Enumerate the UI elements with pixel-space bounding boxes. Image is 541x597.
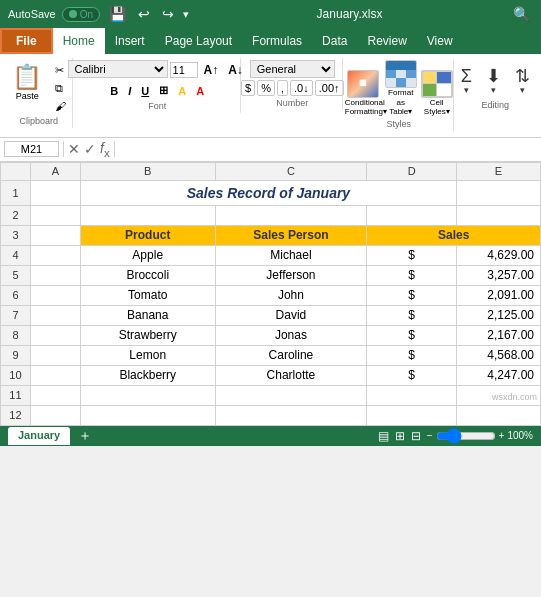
col-header-b[interactable]: B: [80, 162, 215, 180]
cell-sales-sym-0[interactable]: $: [367, 245, 457, 265]
row-header-6[interactable]: 6: [1, 285, 31, 305]
page-layout-view-button[interactable]: ⊞: [395, 429, 405, 443]
font-size-input[interactable]: [170, 62, 198, 78]
cell-amount-3[interactable]: 2,125.00: [457, 305, 541, 325]
insert-function-icon[interactable]: fx: [100, 140, 110, 159]
cell-a4[interactable]: [30, 245, 80, 265]
row-header-10[interactable]: 10: [1, 365, 31, 385]
cell-reference-input[interactable]: [4, 141, 59, 157]
cell-e1[interactable]: [457, 180, 541, 205]
menu-home[interactable]: Home: [53, 28, 105, 54]
col-header-d[interactable]: D: [367, 162, 457, 180]
font-color-button[interactable]: A: [192, 83, 208, 99]
cell-amount-5[interactable]: 4,568.00: [457, 345, 541, 365]
row-header-4[interactable]: 4: [1, 245, 31, 265]
cell-product-1[interactable]: Broccoli: [80, 265, 215, 285]
header-product[interactable]: Product: [80, 225, 215, 245]
cell-sales-sym-2[interactable]: $: [367, 285, 457, 305]
cell-c2[interactable]: [215, 205, 367, 225]
normal-view-button[interactable]: ▤: [378, 429, 389, 443]
cell-sales-sym-4[interactable]: $: [367, 325, 457, 345]
cell-a7[interactable]: [30, 305, 80, 325]
cell-sales-sym-5[interactable]: $: [367, 345, 457, 365]
format-painter-icon[interactable]: 🖌: [51, 98, 70, 114]
conditional-formatting-button[interactable]: ▦ ConditionalFormatting▾: [345, 70, 381, 117]
confirm-formula-icon[interactable]: ✓: [84, 141, 96, 157]
menu-file[interactable]: File: [0, 28, 53, 54]
fill-button[interactable]: ⬇ ▾: [481, 64, 506, 98]
cell-sales-sym-3[interactable]: $: [367, 305, 457, 325]
number-format-select[interactable]: General: [250, 60, 335, 78]
cell-a10[interactable]: [30, 365, 80, 385]
cell-person-2[interactable]: John: [215, 285, 367, 305]
add-sheet-icon[interactable]: ＋: [78, 427, 92, 445]
cell-amount-1[interactable]: 3,257.00: [457, 265, 541, 285]
menu-view[interactable]: View: [417, 28, 463, 54]
comma-button[interactable]: ,: [277, 80, 288, 96]
search-icon[interactable]: 🔍: [510, 5, 533, 23]
cell-sales-sym-1[interactable]: $: [367, 265, 457, 285]
row-header-3[interactable]: 3: [1, 225, 31, 245]
header-sales[interactable]: Sales: [367, 225, 541, 245]
menu-page-layout[interactable]: Page Layout: [155, 28, 242, 54]
cell-a9[interactable]: [30, 345, 80, 365]
cell-styles-button[interactable]: CellStyles▾: [421, 70, 453, 117]
undo-icon[interactable]: ↩: [135, 5, 153, 23]
bold-button[interactable]: B: [106, 83, 122, 99]
cell-product-6[interactable]: Blackberry: [80, 365, 215, 385]
row-header-7[interactable]: 7: [1, 305, 31, 325]
cell-amount-0[interactable]: 4,629.00: [457, 245, 541, 265]
border-button[interactable]: ⊞: [155, 82, 172, 99]
cell-person-3[interactable]: David: [215, 305, 367, 325]
cell-amount-4[interactable]: 2,167.00: [457, 325, 541, 345]
paste-button[interactable]: 📋 Paste: [7, 60, 47, 104]
row-header-8[interactable]: 8: [1, 325, 31, 345]
row-header-12[interactable]: 12: [1, 405, 31, 425]
cell-product-0[interactable]: Apple: [80, 245, 215, 265]
autosave-toggle[interactable]: On: [62, 7, 100, 22]
sheet-tab[interactable]: January: [8, 427, 70, 445]
menu-data[interactable]: Data: [312, 28, 357, 54]
cell-product-5[interactable]: Lemon: [80, 345, 215, 365]
font-grow-icon[interactable]: A↑: [200, 61, 223, 79]
cell-d2[interactable]: [367, 205, 457, 225]
col-header-c[interactable]: C: [215, 162, 367, 180]
col-header-e[interactable]: E: [457, 162, 541, 180]
save-icon[interactable]: 💾: [106, 5, 129, 23]
copy-icon[interactable]: ⧉: [51, 80, 70, 97]
format-as-table-button[interactable]: Format asTable▾: [385, 60, 417, 117]
italic-button[interactable]: I: [124, 83, 135, 99]
cell-title[interactable]: Sales Record of January: [80, 180, 456, 205]
redo-icon[interactable]: ↪: [159, 5, 177, 23]
formula-input[interactable]: [119, 142, 537, 156]
row-header-2[interactable]: 2: [1, 205, 31, 225]
cell-a2[interactable]: [30, 205, 80, 225]
cell-b2[interactable]: [80, 205, 215, 225]
cell-a5[interactable]: [30, 265, 80, 285]
menu-insert[interactable]: Insert: [105, 28, 155, 54]
cell-person-0[interactable]: Michael: [215, 245, 367, 265]
menu-formulas[interactable]: Formulas: [242, 28, 312, 54]
cell-person-1[interactable]: Jefferson: [215, 265, 367, 285]
cell-a8[interactable]: [30, 325, 80, 345]
cell-a6[interactable]: [30, 285, 80, 305]
cell-product-4[interactable]: Strawberry: [80, 325, 215, 345]
percent-button[interactable]: %: [257, 80, 275, 96]
sort-filter-button[interactable]: ⇅ ▾: [510, 64, 535, 98]
cancel-formula-icon[interactable]: ✕: [68, 141, 80, 157]
page-break-view-button[interactable]: ⊟: [411, 429, 421, 443]
row-header-11[interactable]: 11: [1, 385, 31, 405]
row-header-1[interactable]: 1: [1, 180, 31, 205]
cell-a3[interactable]: [30, 225, 80, 245]
col-header-a[interactable]: A: [30, 162, 80, 180]
cell-person-6[interactable]: Charlotte: [215, 365, 367, 385]
decrease-decimal-button[interactable]: .0↓: [290, 80, 313, 96]
increase-decimal-button[interactable]: .00↑: [315, 80, 344, 96]
cell-person-4[interactable]: Jonas: [215, 325, 367, 345]
cell-product-3[interactable]: Banana: [80, 305, 215, 325]
row-header-5[interactable]: 5: [1, 265, 31, 285]
cell-amount-6[interactable]: 4,247.00: [457, 365, 541, 385]
menu-review[interactable]: Review: [357, 28, 416, 54]
currency-button[interactable]: $: [241, 80, 255, 96]
font-family-select[interactable]: Calibri: [68, 60, 168, 78]
